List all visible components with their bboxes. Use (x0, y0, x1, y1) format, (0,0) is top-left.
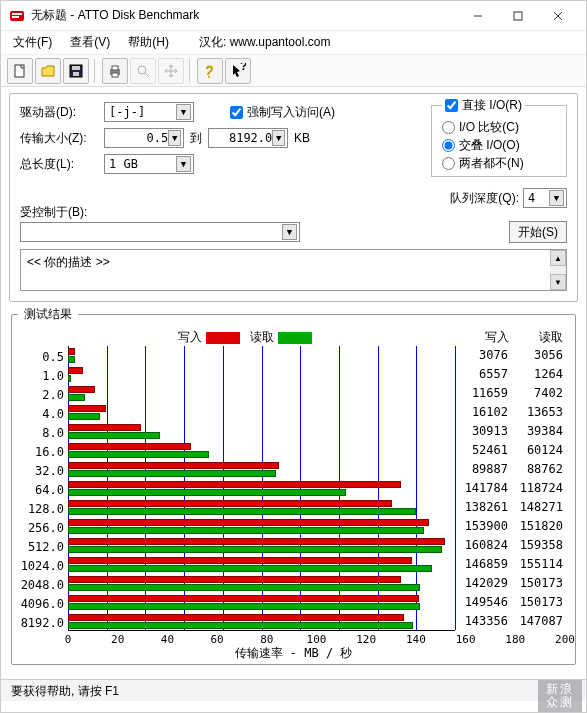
about-button[interactable] (197, 58, 223, 84)
col-header-write: 写入 (454, 329, 509, 346)
svg-rect-1 (12, 13, 22, 15)
control-panel: 驱动器(D): [-j-]▼ 强制写入访问(A) 传输大小(Z): 0.5▼ 到… (9, 93, 578, 302)
value-columns: 3076655711659161023091352461898871417841… (459, 346, 569, 633)
read-values-column: 3056126474021365339384601248876211872414… (514, 346, 569, 633)
context-help-button[interactable]: ? (225, 58, 251, 84)
app-icon (9, 8, 25, 24)
io-options-group: 直接 I/O(R) I/O 比较(C) 交叠 I/O(O) 两者都不(N) (431, 96, 567, 177)
chevron-down-icon: ▼ (176, 156, 191, 172)
unit-label: KB (294, 131, 310, 145)
legend-write: 写入 (178, 329, 240, 346)
chevron-down-icon: ▼ (282, 224, 297, 240)
new-button[interactable] (7, 58, 33, 84)
chevron-down-icon: ▼ (176, 104, 191, 120)
open-button[interactable] (35, 58, 61, 84)
drive-label: 驱动器(D): (20, 104, 98, 121)
queue-depth-label: 队列深度(Q): (450, 190, 519, 207)
chart-plot (68, 346, 455, 631)
results-panel: 测试结果 写入 读取 写入 读取 0.51.02.04.08.016.032.0… (11, 306, 576, 665)
svg-rect-13 (112, 73, 118, 77)
maximize-button[interactable] (498, 1, 538, 31)
minimize-button[interactable] (458, 1, 498, 31)
queue-depth-row: 队列深度(Q): 4▼ (450, 188, 567, 208)
titlebar: 无标题 - ATTO Disk Benchmark (1, 1, 586, 31)
x-axis-ticks: 020406080100120140160180200 (68, 633, 565, 647)
svg-rect-10 (73, 72, 79, 76)
scrollbar[interactable]: ▲ ▼ (550, 250, 566, 290)
menu-help[interactable]: 帮助(H) (128, 34, 169, 51)
chevron-down-icon: ▼ (549, 190, 564, 206)
svg-rect-12 (112, 66, 118, 70)
force-write-checkbox[interactable]: 强制写入访问(A) (230, 103, 335, 121)
chevron-down-icon: ▼ (272, 130, 285, 146)
write-values-column: 3076655711659161023091352461898871417841… (459, 346, 514, 633)
credit-text: 汉化: www.upantool.com (199, 34, 330, 51)
window-title: 无标题 - ATTO Disk Benchmark (31, 7, 458, 24)
status-bar: 要获得帮助, 请按 F1 (1, 679, 586, 701)
move-button[interactable] (158, 58, 184, 84)
svg-line-15 (145, 73, 149, 77)
scroll-down-icon[interactable]: ▼ (550, 274, 566, 290)
transfer-size-label: 传输大小(Z): (20, 130, 98, 147)
io-compare-radio[interactable]: I/O 比较(C) (442, 118, 556, 136)
menu-view[interactable]: 查看(V) (70, 34, 110, 51)
direct-io-checkbox[interactable]: 直接 I/O(R) (442, 96, 525, 114)
total-length-combo[interactable]: 1 GB▼ (104, 154, 194, 174)
chart-area: 0.51.02.04.08.016.032.064.0128.0256.0512… (18, 346, 569, 633)
description-box[interactable]: << 你的描述 >> ▲ ▼ (20, 249, 567, 291)
toolbar: ? (1, 55, 586, 87)
print-button[interactable] (102, 58, 128, 84)
svg-rect-2 (12, 16, 19, 18)
controlled-by-label: 受控制于(B): (20, 205, 87, 219)
queue-depth-combo[interactable]: 4▼ (523, 188, 567, 208)
y-axis-labels: 0.51.02.04.08.016.032.064.0128.0256.0512… (18, 346, 68, 633)
close-button[interactable] (538, 1, 578, 31)
watermark: 新浪众测 (538, 680, 582, 712)
legend-read: 读取 (250, 329, 312, 346)
chevron-down-icon: ▼ (168, 130, 181, 146)
scroll-up-icon[interactable]: ▲ (550, 250, 566, 266)
svg-point-14 (138, 66, 146, 74)
transfer-to-combo[interactable]: 8192.0▼ (208, 128, 288, 148)
col-header-read: 读取 (519, 329, 569, 346)
zoom-button[interactable] (130, 58, 156, 84)
controlled-by-combo[interactable]: ▼ (20, 222, 300, 242)
svg-rect-7 (15, 65, 24, 77)
transfer-from-combo[interactable]: 0.5▼ (104, 128, 184, 148)
svg-rect-4 (514, 12, 522, 20)
start-button[interactable]: 开始(S) (509, 221, 567, 243)
overlap-io-radio[interactable]: 交叠 I/O(O) (442, 136, 556, 154)
chart-legend: 写入 读取 写入 读取 (18, 329, 569, 346)
svg-text:?: ? (240, 63, 246, 73)
x-axis-label: 传输速率 - MB / 秒 (18, 645, 569, 662)
svg-rect-9 (72, 66, 80, 70)
drive-combo[interactable]: [-j-]▼ (104, 102, 194, 122)
save-button[interactable] (63, 58, 89, 84)
to-label: 到 (190, 130, 202, 147)
menu-file[interactable]: 文件(F) (13, 34, 52, 51)
neither-radio[interactable]: 两者都不(N) (442, 154, 556, 172)
menubar: 文件(F) 查看(V) 帮助(H) 汉化: www.upantool.com (1, 31, 586, 55)
svg-point-16 (208, 76, 210, 78)
total-length-label: 总长度(L): (20, 156, 98, 173)
description-text: << 你的描述 >> (27, 255, 110, 269)
results-title: 测试结果 (18, 306, 78, 323)
